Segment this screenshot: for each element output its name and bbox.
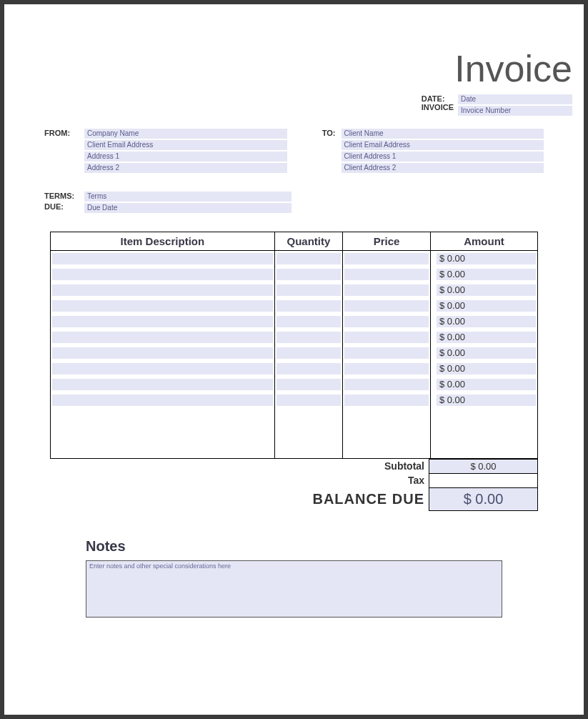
col-price: Price <box>343 232 431 251</box>
qty-cell[interactable] <box>276 395 341 406</box>
to-address1[interactable]: Client Address 1 <box>342 152 544 162</box>
date-field[interactable]: Date <box>458 94 572 104</box>
price-cell[interactable] <box>344 300 429 312</box>
amount-cell: $ 0.00 <box>437 284 536 296</box>
table-row: $ 0.00 <box>51 251 538 267</box>
price-cell[interactable] <box>344 332 429 343</box>
qty-cell[interactable] <box>276 253 341 264</box>
to-email[interactable]: Client Email Address <box>342 140 544 150</box>
amount-cell: $ 0.00 <box>437 332 536 343</box>
amount-cell: $ 0.00 <box>437 253 536 264</box>
desc-cell[interactable] <box>52 379 273 390</box>
price-cell[interactable] <box>344 363 429 375</box>
tax-value[interactable] <box>429 473 538 487</box>
desc-cell[interactable] <box>52 332 273 343</box>
amount-cell: $ 0.00 <box>437 395 536 406</box>
price-cell[interactable] <box>344 395 429 406</box>
page-title: Invoice <box>16 47 572 90</box>
date-label: DATE: <box>422 94 454 103</box>
notes-heading: Notes <box>86 538 572 555</box>
price-cell[interactable] <box>344 347 429 359</box>
notes-field[interactable]: Enter notes and other special considerat… <box>86 560 502 618</box>
desc-cell[interactable] <box>52 363 273 375</box>
table-row: $ 0.00 <box>51 377 538 392</box>
due-label: DUE: <box>44 202 84 213</box>
desc-cell[interactable] <box>52 253 273 264</box>
qty-cell[interactable] <box>276 284 341 296</box>
amount-cell: $ 0.00 <box>437 269 536 280</box>
invoice-number-field[interactable]: Invoice Number <box>458 106 572 116</box>
from-email[interactable]: Client Email Address <box>84 140 287 150</box>
col-description: Item Description <box>51 232 275 251</box>
totals-table: Subtotal $ 0.00 Tax BALANCE DUE $ 0.00 <box>50 459 538 511</box>
desc-cell[interactable] <box>52 347 273 359</box>
qty-cell[interactable] <box>276 379 341 390</box>
balance-due-value: $ 0.00 <box>429 487 538 510</box>
terms-block: TERMS: DUE: Terms Due Date <box>44 192 544 214</box>
table-row: $ 0.00 <box>51 267 538 282</box>
table-row: $ 0.00 <box>51 345 538 361</box>
invoice-page: Invoice DATE: INVOICE Date Invoice Numbe… <box>4 4 584 715</box>
qty-cell[interactable] <box>276 347 341 359</box>
tax-label: Tax <box>50 473 429 487</box>
col-amount: Amount <box>430 232 537 251</box>
amount-cell: $ 0.00 <box>437 379 536 390</box>
amount-cell: $ 0.00 <box>437 347 536 359</box>
desc-cell[interactable] <box>52 269 273 280</box>
table-row: $ 0.00 <box>51 329 538 345</box>
to-address2[interactable]: Client Address 2 <box>342 163 544 173</box>
desc-cell[interactable] <box>52 300 273 312</box>
amount-cell: $ 0.00 <box>437 300 536 312</box>
subtotal-label: Subtotal <box>50 459 429 473</box>
invoice-number-label: INVOICE <box>422 103 454 111</box>
to-name[interactable]: Client Name <box>342 129 544 139</box>
invoice-meta: DATE: INVOICE Date Invoice Number <box>16 94 572 117</box>
price-cell[interactable] <box>344 316 429 327</box>
to-block: TO: Client Name Client Email Address Cli… <box>302 129 544 174</box>
qty-cell[interactable] <box>276 269 341 280</box>
col-quantity: Quantity <box>274 232 342 251</box>
subtotal-value: $ 0.00 <box>429 459 538 473</box>
line-items-table: Item Description Quantity Price Amount $… <box>50 232 538 459</box>
due-field[interactable]: Due Date <box>84 203 291 213</box>
from-label: FROM: <box>44 129 84 174</box>
from-address1[interactable]: Address 1 <box>84 152 287 162</box>
desc-cell[interactable] <box>52 395 273 406</box>
from-address2[interactable]: Address 2 <box>84 163 287 173</box>
table-row: $ 0.00 <box>51 392 538 408</box>
price-cell[interactable] <box>344 379 429 390</box>
table-row: $ 0.00 <box>51 314 538 329</box>
desc-cell[interactable] <box>52 316 273 327</box>
price-cell[interactable] <box>344 253 429 264</box>
to-label: TO: <box>302 129 342 174</box>
desc-cell[interactable] <box>52 284 273 296</box>
qty-cell[interactable] <box>276 300 341 312</box>
qty-cell[interactable] <box>276 363 341 375</box>
terms-field[interactable]: Terms <box>84 192 291 202</box>
from-block: FROM: Company Name Client Email Address … <box>44 129 287 174</box>
price-cell[interactable] <box>344 284 429 296</box>
balance-due-label: BALANCE DUE <box>50 487 429 510</box>
table-row: $ 0.00 <box>51 361 538 377</box>
table-row: $ 0.00 <box>51 282 538 298</box>
terms-label: TERMS: <box>44 192 84 202</box>
address-section: FROM: Company Name Client Email Address … <box>44 129 544 174</box>
qty-cell[interactable] <box>276 332 341 343</box>
from-company[interactable]: Company Name <box>84 129 287 139</box>
amount-cell: $ 0.00 <box>437 316 536 327</box>
price-cell[interactable] <box>344 269 429 280</box>
qty-cell[interactable] <box>276 316 341 327</box>
amount-cell: $ 0.00 <box>437 363 536 375</box>
table-row: $ 0.00 <box>51 298 538 314</box>
